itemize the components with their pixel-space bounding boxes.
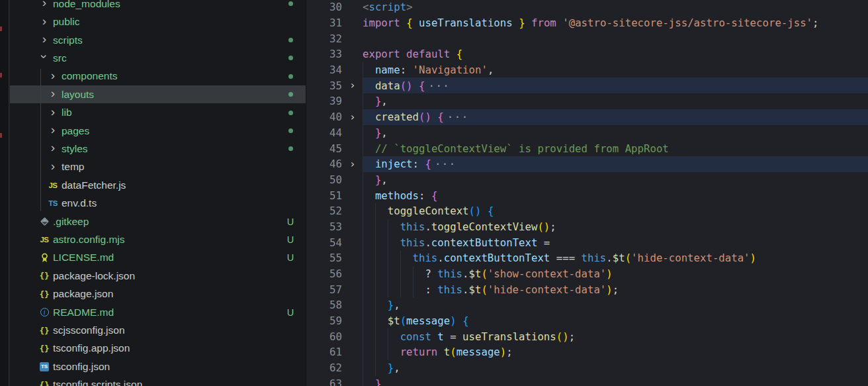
indent-guide [388,328,400,344]
tree-item-node-modules[interactable]: ›node_modules [10,0,306,13]
tree-item-scripts[interactable]: ›scripts [10,31,306,49]
tree-item-public[interactable]: ›public [10,13,306,30]
chevron-right-icon[interactable]: › [46,70,60,83]
code-line-34[interactable]: 34name: 'Navigation', [306,62,868,78]
code-line-51[interactable]: 51methods: { [306,187,868,203]
code-line-50[interactable]: 50}, [306,172,868,188]
line-number[interactable]: 39 [306,95,342,107]
folded-code-ellipsis[interactable]: ··· [435,158,456,170]
line-number[interactable]: 46 [306,158,342,170]
chevron-right-icon[interactable]: › [38,0,51,10]
line-number[interactable]: 31 [306,17,342,29]
line-number[interactable]: 58 [306,299,342,311]
code-line-56[interactable]: 56? this.$t('show-context-data') [306,266,868,282]
tree-item-tsconfig-json[interactable]: TStsconfig.json [10,358,306,375]
tree-item-label: tsconfig.app.json [53,342,130,354]
line-number[interactable]: 57 [306,283,342,296]
line-number[interactable]: 62 [306,362,342,374]
tree-item-lib[interactable]: ›lib [10,103,306,121]
tree-item-pages[interactable]: ›pages [10,122,306,140]
code-line-63[interactable]: 63} [306,376,868,386]
chevron-right-icon[interactable]: › [46,124,60,137]
code-line-52[interactable]: 52toggleContext() { [306,203,868,219]
tree-item-astro-config-mjs[interactable]: JSastro.config.mjsU [10,230,306,248]
line-number[interactable]: 56 [306,267,342,280]
code-line-54[interactable]: 54this.contextButtonText = [306,234,868,250]
tree-item-label: styles [62,143,88,155]
line-number[interactable]: 40 [306,111,342,123]
line-number[interactable]: 54 [306,236,342,249]
line-number[interactable]: 32 [306,32,342,45]
line-number[interactable]: 51 [306,189,342,202]
fold-chevron-icon[interactable]: › [342,80,363,91]
code-line-30[interactable]: 30<script> [306,0,868,15]
code-line-39[interactable]: 39}, [306,93,868,109]
tree-item-components[interactable]: ›components [10,68,306,85]
line-number[interactable]: 30 [306,1,342,13]
line-number[interactable]: 34 [306,64,342,76]
code-line-59[interactable]: 59$t(message) { [306,313,868,329]
line-number[interactable]: 59 [306,314,342,327]
indent-guide [375,219,388,235]
indent-guide [363,297,375,313]
tree-item-scjssconfig-json[interactable]: {}scjssconfig.json [10,321,306,339]
tree-item-license-md[interactable]: LICENSE.mdU [10,249,306,267]
fold-chevron-icon[interactable]: › [342,112,363,122]
code-line-33[interactable]: 33export default { [306,46,868,62]
chevron-down-icon[interactable]: › [38,52,51,64]
indent-guide [375,344,388,360]
code-line-55[interactable]: 55this.contextButtonText === this.$t('hi… [306,250,868,266]
code-line-40[interactable]: 40›created() {··· [306,109,868,125]
line-number[interactable]: 63 [306,377,342,386]
line-number[interactable]: 55 [306,252,342,264]
code-line-53[interactable]: 53this.toggleContextView(); [306,219,868,235]
fold-chevron-icon[interactable]: › [342,159,363,169]
chevron-right-icon[interactable]: › [38,16,51,28]
tree-item-env-d-ts[interactable]: TSenv.d.ts [10,194,306,212]
tree-item-gitkeep[interactable]: .gitkeepU [10,213,306,230]
code-line-45[interactable]: 45// `toggleContextView` is provided fro… [306,140,868,156]
indent-guide [363,77,375,93]
line-number[interactable]: 61 [306,346,342,358]
chevron-right-icon[interactable]: › [46,142,60,155]
folded-code-ellipsis[interactable]: ··· [428,79,450,92]
code-line-57[interactable]: 57: this.$t('hide-context-data'); [306,281,868,297]
code-line-35[interactable]: 35›data() {··· [306,77,868,93]
line-number[interactable]: 44 [306,126,342,139]
tree-item-temp[interactable]: ›temp [10,158,306,176]
line-number[interactable]: 33 [306,48,342,60]
tree-item-tsconfig-app-json[interactable]: {}tsconfig.app.json [10,340,306,358]
chevron-right-icon[interactable]: › [46,161,60,173]
code-line-31[interactable]: 31import { useTranslations } from '@astr… [306,15,868,31]
tree-item-datafetcher-js[interactable]: JSdataFetcher.js [10,176,306,194]
tree-item-layouts[interactable]: ›layouts [10,85,306,103]
line-number[interactable]: 52 [306,205,342,217]
indent-guide [363,250,375,266]
line-number[interactable]: 53 [306,220,342,233]
indent-guide [363,328,375,344]
folded-code-ellipsis[interactable]: ··· [447,111,469,123]
chevron-right-icon[interactable]: › [38,34,51,46]
line-number[interactable]: 50 [306,173,342,186]
code-line-46[interactable]: 46›inject: {··· [306,156,868,172]
code-line-58[interactable]: 58}, [306,297,868,313]
code-line-61[interactable]: 61return t(message); [306,344,868,360]
code-line-60[interactable]: 60const t = useTranslations(); [306,328,868,344]
tree-item-tsconfig-scripts-json[interactable]: {}tsconfig.scripts.json [10,376,306,386]
code-editor[interactable]: 30<script>31import { useTranslations } f… [306,0,868,386]
tree-item-readme-md[interactable]: iREADME.mdU [10,303,306,321]
code-line-62[interactable]: 62}, [306,360,868,376]
line-number[interactable]: 35 [306,79,342,92]
tree-item-label: .gitkeep [53,216,89,228]
tree-item-styles[interactable]: ›styles [10,140,306,158]
code-line-32[interactable]: 32 [306,30,868,46]
gutter: 39 [306,93,363,109]
line-number[interactable]: 60 [306,330,342,343]
chevron-right-icon[interactable]: › [46,88,60,101]
chevron-right-icon[interactable]: › [46,107,60,119]
tree-item-package-lock-json[interactable]: {}package-lock.json [10,267,306,285]
tree-item-package-json[interactable]: {}package.json [10,285,306,303]
tree-item-src[interactable]: ›src [10,49,306,67]
line-number[interactable]: 45 [306,142,342,155]
code-line-44[interactable]: 44}, [306,125,868,141]
